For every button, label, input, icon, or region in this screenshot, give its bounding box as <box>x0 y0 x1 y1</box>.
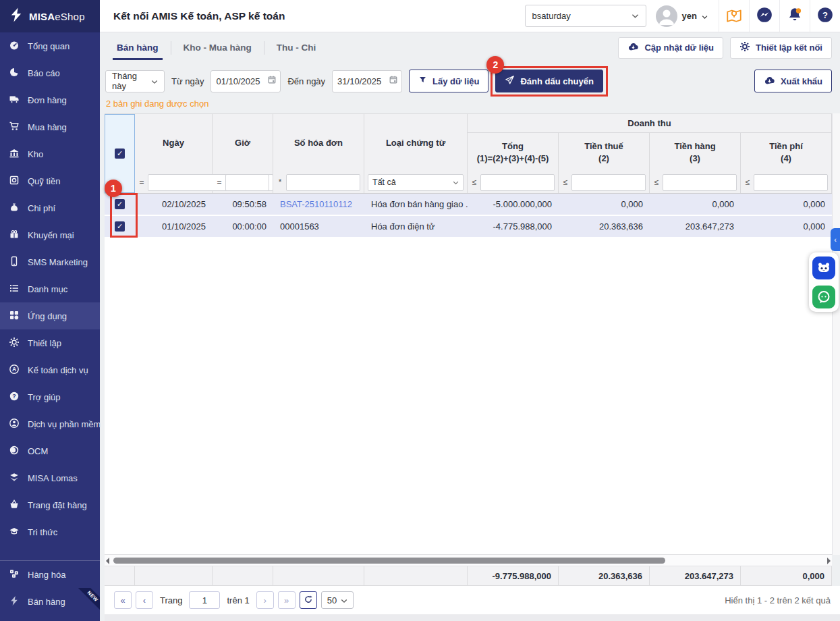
sidebar-item-tro-giup[interactable]: ? Trợ giúp <box>0 383 100 410</box>
chevron-down-icon <box>453 178 459 187</box>
table-empty-area <box>105 238 832 554</box>
notifications-button[interactable] <box>779 0 810 32</box>
col-header-tax[interactable]: Tiền thuế (2) <box>559 133 650 171</box>
branch-select[interactable]: bsaturday <box>525 5 646 27</box>
cell-doctype: Hóa đơn điện tử <box>364 216 468 237</box>
period-select[interactable]: Tháng này <box>105 70 165 92</box>
sidebar-item-ocm[interactable]: OCM <box>0 437 100 464</box>
calendar-icon[interactable] <box>267 75 277 87</box>
support-chat-icon[interactable] <box>812 286 835 308</box>
select-all-cell[interactable]: ✓ <box>105 114 135 193</box>
table-row[interactable]: ✓ 01/10/2025 00:00:00 00001563 Hóa đơn đ… <box>105 216 832 238</box>
filter-invoice-input[interactable] <box>286 174 360 191</box>
filter-goods-input[interactable] <box>663 174 737 191</box>
whats-new-button[interactable] <box>719 0 749 32</box>
money-bag-icon <box>9 202 20 215</box>
cell-tax: 20.363,636 <box>559 216 650 237</box>
invoice-link[interactable]: BSAT-2510110112 <box>280 199 352 209</box>
filter-fee-input[interactable] <box>754 174 828 191</box>
prev-page-button[interactable]: ‹ <box>136 591 153 609</box>
filter-time-input[interactable] <box>225 174 269 191</box>
col-header-date[interactable]: Ngày <box>135 114 213 171</box>
refresh-button[interactable] <box>300 591 317 609</box>
select-all-checkbox[interactable]: ✓ <box>115 148 125 159</box>
sidebar-item-ke-toan-dich-vu[interactable]: A Kế toán dịch vụ <box>0 356 100 383</box>
export-button[interactable]: Xuất khẩu <box>754 70 832 92</box>
row-checkbox[interactable]: ✓ <box>115 199 125 209</box>
sidebar-item-misa-lomas[interactable]: MISA Lomas <box>0 464 100 491</box>
col-header-doctype[interactable]: Loại chứng từ <box>364 114 468 171</box>
sidebar-item-ung-dung[interactable]: Ứng dụng <box>0 302 100 329</box>
collapse-panel-tab[interactable]: ‹ <box>831 228 840 251</box>
table-row[interactable]: ✓ 02/10/2025 09:50:58 BSAT-2510110112 Hó… <box>105 194 832 216</box>
results-info: Hiển thị 1 - 2 trên 2 kết quả <box>725 595 831 605</box>
last-page-button[interactable]: » <box>278 591 296 609</box>
page-size-select[interactable]: 50 <box>321 591 354 609</box>
filter-time: = <box>213 171 273 193</box>
page-number-input[interactable] <box>189 591 220 609</box>
filter-tax: ≤ <box>559 171 650 193</box>
total-fee: 0,000 <box>741 566 832 585</box>
sidebar-item-chi-phi[interactable]: Chi phí <box>0 194 100 221</box>
col-header-time[interactable]: Giờ <box>213 114 273 171</box>
sidebar-item-don-hang[interactable]: Đơn hàng <box>0 86 100 113</box>
idea-map-icon <box>725 6 743 26</box>
mark-transfer-button[interactable]: Đánh dấu chuyển <box>495 70 603 92</box>
help-button[interactable]: ? <box>810 0 840 32</box>
total-sum: -9.775.988,000 <box>468 566 559 585</box>
sidebar-item-danh-muc[interactable]: Danh mục <box>0 275 100 302</box>
connection-settings-button[interactable]: Thiết lập kết nối <box>730 37 832 59</box>
first-page-button[interactable]: « <box>114 591 132 609</box>
sidebar-item-khuyen-mai[interactable]: Khuyến mại <box>0 221 100 248</box>
calendar-icon[interactable] <box>389 75 398 87</box>
horizontal-scrollbar[interactable] <box>105 554 832 566</box>
col-header-goods[interactable]: Tiền hàng (3) <box>650 133 741 171</box>
scroll-left-arrow-icon[interactable] <box>106 558 109 564</box>
sidebar-item-sms-marketing[interactable]: SMS Marketing <box>0 248 100 275</box>
sidebar-item-ban-hang[interactable]: Bán hàng NEW <box>0 588 100 615</box>
cubes-icon <box>9 568 20 581</box>
col-header-fee[interactable]: Tiền phí (4) <box>741 133 832 171</box>
user-menu[interactable]: yen <box>656 5 708 27</box>
sidebar-item-quy-tien[interactable]: Quỹ tiền <box>0 167 100 194</box>
filter-invoice: * <box>273 171 364 193</box>
sidebar-item-kho[interactable]: Kho <box>0 140 100 167</box>
sidebar-item-hang-hoa[interactable]: Hàng hóa <box>0 561 100 588</box>
sidebar-item-tri-thuc[interactable]: Tri thức <box>0 518 100 545</box>
filter-total-input[interactable] <box>480 174 555 191</box>
scrollbar-thumb[interactable] <box>113 558 665 564</box>
filter-funnel-icon <box>418 76 427 86</box>
cell-fee: 0,000 <box>741 216 832 237</box>
get-data-button[interactable]: Lấy dữ liệu <box>409 70 488 92</box>
col-header-invoice[interactable]: Số hóa đơn <box>273 114 364 171</box>
tab-thu-chi[interactable]: Thu - Chi <box>264 32 328 63</box>
sidebar-item-trang-dat-hang[interactable]: Trang đặt hàng <box>0 491 100 518</box>
brand-logo[interactable]: MISAeShop <box>0 0 100 32</box>
ava-chatbot-icon[interactable] <box>812 256 835 279</box>
next-page-button[interactable]: › <box>256 591 274 609</box>
col-header-total[interactable]: Tổng (1)=(2)+(3)+(4)-(5) <box>468 133 559 171</box>
sidebar-item-thiet-lap[interactable]: Thiết lập <box>0 329 100 356</box>
cell-date: 01/10/2025 <box>135 216 213 237</box>
tab-kho-mua-hang[interactable]: Kho - Mua hàng <box>171 32 264 63</box>
to-date-input[interactable] <box>332 70 402 92</box>
filter-tax-input[interactable] <box>571 174 646 191</box>
update-data-button[interactable]: Cập nhật dữ liệu <box>618 37 723 59</box>
graduation-cap-icon <box>9 526 20 539</box>
period-select-value: Tháng này <box>112 71 147 91</box>
sidebar-item-bao-cao[interactable]: Báo cáo <box>0 59 100 86</box>
from-date-input[interactable] <box>211 70 281 92</box>
col-group-revenue: Doanh thu <box>468 114 832 133</box>
tab-ban-hang[interactable]: Bán hàng <box>105 32 171 63</box>
top-bar: Kết nối AMIS Kế toán, ASP kế toán bsatur… <box>100 0 840 32</box>
sidebar-item-tong-quan[interactable]: Tổng quan <box>0 32 100 59</box>
vertical-scroll-gutter <box>832 113 840 555</box>
row-checkbox[interactable]: ✓ <box>115 221 125 232</box>
scroll-right-arrow-icon[interactable] <box>827 558 831 564</box>
filter-doctype-select[interactable]: Tất cả <box>368 174 464 191</box>
messenger-button[interactable] <box>749 0 779 32</box>
cell-goods: 203.647,273 <box>650 216 741 237</box>
sidebar-item-mua-hang[interactable]: Mua hàng <box>0 113 100 140</box>
svg-text:?: ? <box>822 9 828 20</box>
sidebar-item-dich-vu-phan-mem[interactable]: Dịch vụ phần mềm <box>0 410 100 437</box>
